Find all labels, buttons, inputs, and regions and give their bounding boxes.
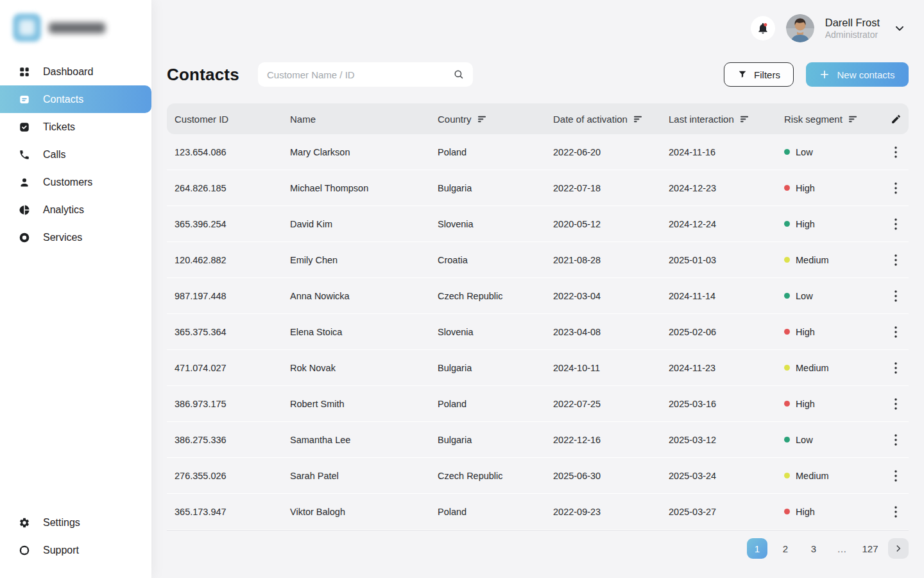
row-menu-button[interactable] xyxy=(887,252,904,268)
table-row: 264.826.185 Michael Thompson Bulgaria 20… xyxy=(167,170,909,206)
cell-customer-id: 365.173.947 xyxy=(175,507,290,517)
risk-label: High xyxy=(796,507,815,517)
kebab-icon xyxy=(894,506,897,518)
row-menu-button[interactable] xyxy=(887,504,904,520)
risk-label: High xyxy=(796,219,815,229)
sort-icon[interactable] xyxy=(848,115,858,123)
cell-risk-segment: High xyxy=(784,219,883,229)
notifications-button[interactable] xyxy=(751,16,775,40)
table-body: 123.654.086 Mary Clarkson Poland 2022-06… xyxy=(167,134,909,530)
sort-icon[interactable] xyxy=(740,115,749,123)
cell-last-interaction: 2024-11-14 xyxy=(669,291,784,301)
sidebar-item-services[interactable]: Services xyxy=(0,223,151,251)
new-contacts-button[interactable]: New contacts xyxy=(806,62,909,87)
risk-label: Low xyxy=(796,291,813,301)
cell-risk-segment: High xyxy=(784,183,883,193)
table-row: 365.375.364 Elena Stoica Slovenia 2023-0… xyxy=(167,314,909,350)
row-menu-button[interactable] xyxy=(887,396,904,412)
sidebar-item-label: Services xyxy=(43,232,82,243)
kebab-icon xyxy=(894,182,897,194)
column-header-date-of-activation[interactable]: Date of activation xyxy=(553,114,669,125)
row-menu-button[interactable] xyxy=(887,468,904,484)
table-row: 365.396.254 David Kim Slovenia 2020-05-1… xyxy=(167,206,909,242)
column-header-last-interaction[interactable]: Last interaction xyxy=(669,114,784,125)
cell-customer-id: 123.654.086 xyxy=(175,147,290,157)
row-menu-button[interactable] xyxy=(887,144,904,161)
cell-country: Croatia xyxy=(438,255,553,265)
risk-label: Low xyxy=(796,435,813,445)
top-header: Darell Frost Administrator xyxy=(167,14,909,42)
dashboard-grid-icon xyxy=(18,66,30,78)
kebab-icon xyxy=(894,290,897,302)
cell-name: Elena Stoica xyxy=(290,327,438,337)
brand-logo-mark-blurred xyxy=(13,13,41,42)
cell-date-of-activation: 2025-06-30 xyxy=(553,471,669,481)
toolbar: Contacts Filters New contacts xyxy=(167,62,909,87)
sidebar-item-customers[interactable]: Customers xyxy=(0,168,151,196)
sidebar-item-label: Tickets xyxy=(43,121,75,133)
cell-last-interaction: 2024-12-23 xyxy=(669,183,784,193)
chevron-down-icon xyxy=(893,22,906,35)
page-button-3[interactable]: 3 xyxy=(803,538,824,559)
table-row: 123.654.086 Mary Clarkson Poland 2022-06… xyxy=(167,134,909,170)
risk-dot xyxy=(784,185,790,191)
sort-icon[interactable] xyxy=(633,115,643,123)
ticket-check-icon xyxy=(18,121,30,133)
row-menu-button[interactable] xyxy=(887,360,904,376)
risk-dot xyxy=(784,293,790,299)
table-row: 276.355.026 Sarah Patel Czech Republic 2… xyxy=(167,458,909,494)
chevron-right-icon xyxy=(894,544,903,553)
page-button-2[interactable]: 2 xyxy=(775,538,796,559)
search-input[interactable] xyxy=(267,69,453,80)
sidebar-item-label: Support xyxy=(43,545,79,556)
page-button-127[interactable]: 127 xyxy=(860,538,880,559)
risk-label: Medium xyxy=(796,471,829,481)
cell-date-of-activation: 2022-03-04 xyxy=(553,291,669,301)
kebab-icon xyxy=(894,254,897,266)
page-ellipsis: … xyxy=(832,538,852,559)
row-menu-button[interactable] xyxy=(887,432,904,448)
cell-date-of-activation: 2022-12-16 xyxy=(553,435,669,445)
search-icon xyxy=(453,69,465,80)
cell-customer-id: 987.197.448 xyxy=(175,291,290,301)
column-header-country[interactable]: Country xyxy=(438,114,553,125)
cell-customer-id: 276.355.026 xyxy=(175,471,290,481)
column-header-risk-segment[interactable]: Risk segment xyxy=(784,114,883,125)
cell-name: Viktor Balogh xyxy=(290,507,438,517)
sidebar-item-support[interactable]: Support xyxy=(0,536,151,564)
sidebar-item-contacts[interactable]: Contacts xyxy=(0,85,151,113)
sidebar-item-dashboard[interactable]: Dashboard xyxy=(0,58,151,85)
sort-icon[interactable] xyxy=(477,115,487,123)
user-menu-button[interactable] xyxy=(891,19,909,37)
avatar[interactable] xyxy=(786,14,814,42)
row-menu-button[interactable] xyxy=(887,180,904,197)
kebab-icon xyxy=(894,218,897,230)
sidebar-item-tickets[interactable]: Tickets xyxy=(0,113,151,141)
new-contacts-label: New contacts xyxy=(837,69,894,80)
cell-last-interaction: 2024-11-16 xyxy=(669,147,784,157)
filter-funnel-icon xyxy=(737,69,748,80)
bell-icon xyxy=(757,22,769,35)
lifebuoy-icon xyxy=(18,544,30,556)
cell-risk-segment: Medium xyxy=(784,363,883,373)
filters-label: Filters xyxy=(754,69,780,80)
table-row: 987.197.448 Anna Nowicka Czech Republic … xyxy=(167,278,909,314)
sidebar-item-analytics[interactable]: Analytics xyxy=(0,196,151,223)
table-row: 386.275.336 Samantha Lee Bulgaria 2022-1… xyxy=(167,422,909,458)
row-menu-button[interactable] xyxy=(887,288,904,304)
cell-last-interaction: 2025-03-27 xyxy=(669,507,784,517)
plus-icon xyxy=(819,69,830,80)
sidebar-item-settings[interactable]: Settings xyxy=(0,509,151,536)
table-row: 120.462.882 Emily Chen Croatia 2021-08-2… xyxy=(167,242,909,278)
sidebar-item-calls[interactable]: Calls xyxy=(0,141,151,168)
page-button-1[interactable]: 1 xyxy=(747,538,767,559)
kebab-icon xyxy=(894,362,897,374)
row-menu-button[interactable] xyxy=(887,216,904,232)
next-page-button[interactable] xyxy=(888,538,909,559)
risk-dot xyxy=(784,509,790,514)
cell-name: Emily Chen xyxy=(290,255,438,265)
row-menu-button[interactable] xyxy=(887,324,904,340)
filters-button[interactable]: Filters xyxy=(724,62,794,87)
column-header-edit[interactable] xyxy=(883,114,909,125)
sidebar-item-label: Contacts xyxy=(43,94,83,105)
